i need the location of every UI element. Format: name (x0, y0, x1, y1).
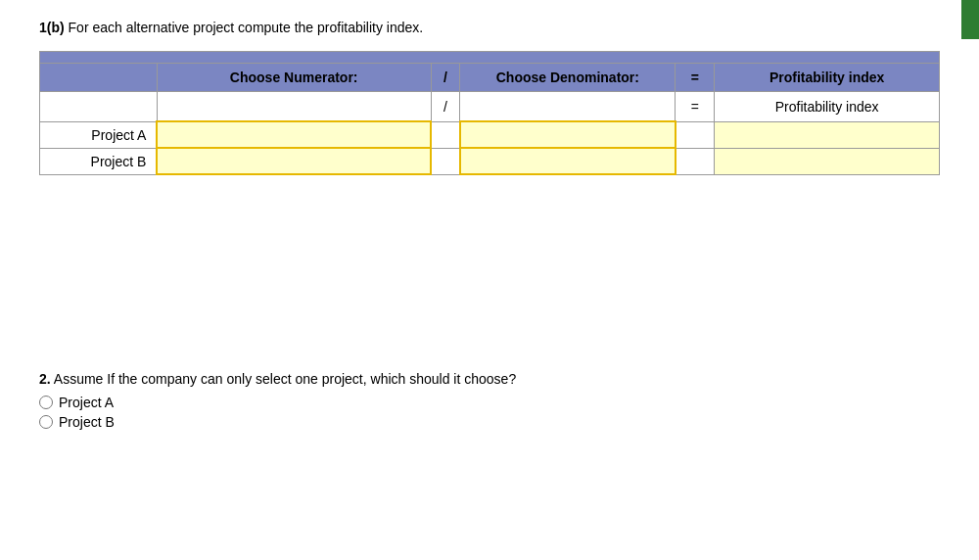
blue-spacer-row (40, 52, 940, 64)
project-a-equals (676, 121, 715, 148)
project-b-label-text: Project B (91, 154, 147, 169)
subheader-label-empty (40, 92, 158, 122)
question-2-title: 2. Assume If the company can only select… (39, 371, 940, 387)
question-2-text: Assume If the company can only select on… (54, 371, 516, 387)
project-a-numerator-cell[interactable] (157, 121, 431, 148)
header-col3-slash: / (431, 64, 460, 92)
project-b-slash (431, 148, 460, 174)
table-header-row: Choose Numerator: / Choose Denominator: … (40, 64, 940, 92)
project-b-numerator-input[interactable] (158, 152, 430, 170)
project-b-equals (676, 148, 715, 174)
header-col5-equals: = (676, 64, 715, 92)
header-col4-denominator: Choose Denominator: (460, 64, 676, 92)
project-b-result-cell (715, 148, 940, 174)
radio-project-b-label: Project B (59, 414, 115, 430)
question-1b-label: 1(b) (39, 20, 65, 35)
table-subheader-row: / = Profitability index (40, 92, 940, 122)
project-b-denominator-input[interactable] (461, 152, 675, 170)
project-a-label: Project A (40, 121, 158, 148)
table-row-project-b: Project B (40, 148, 940, 174)
project-a-denominator-input[interactable] (461, 125, 675, 144)
header-col6-profitability: Profitability index (715, 64, 940, 92)
profitability-table: Choose Numerator: / Choose Denominator: … (39, 51, 940, 175)
project-b-label: Project B (40, 148, 158, 174)
green-accent-bar (961, 0, 979, 39)
project-a-result-cell (715, 121, 940, 148)
question-2-number: 2. (39, 371, 51, 387)
subheader-profitability-label: Profitability index (715, 92, 940, 122)
header-col2-numerator: Choose Numerator: (157, 64, 431, 92)
project-b-denominator-cell[interactable] (460, 148, 676, 174)
question-1b-text: For each alternative project compute the… (69, 20, 424, 35)
header-col1-empty (40, 64, 158, 92)
table-row-project-a: Project A (40, 121, 940, 148)
project-a-label-text: Project A (91, 127, 146, 143)
question-1b-header: 1(b) For each alternative project comput… (39, 20, 940, 35)
subheader-numerator-input[interactable] (157, 92, 431, 122)
radio-project-a-label: Project A (59, 395, 114, 410)
project-b-numerator-cell[interactable] (157, 148, 431, 174)
radio-option-project-b[interactable]: Project B (39, 414, 940, 430)
radio-option-project-a[interactable]: Project A (39, 395, 940, 410)
profitability-table-wrapper: Choose Numerator: / Choose Denominator: … (39, 51, 940, 175)
radio-project-b[interactable] (39, 415, 53, 429)
subheader-numerator-field[interactable] (167, 97, 421, 116)
radio-project-a[interactable] (39, 396, 53, 409)
subheader-equals: = (676, 92, 715, 122)
project-a-slash (431, 121, 460, 148)
question-2-section: 2. Assume If the company can only select… (39, 371, 940, 430)
project-a-numerator-input[interactable] (158, 125, 430, 144)
subheader-denominator-input[interactable] (460, 92, 676, 122)
project-a-denominator-cell[interactable] (460, 121, 676, 148)
subheader-slash: / (431, 92, 460, 122)
subheader-denominator-field[interactable] (470, 97, 665, 116)
